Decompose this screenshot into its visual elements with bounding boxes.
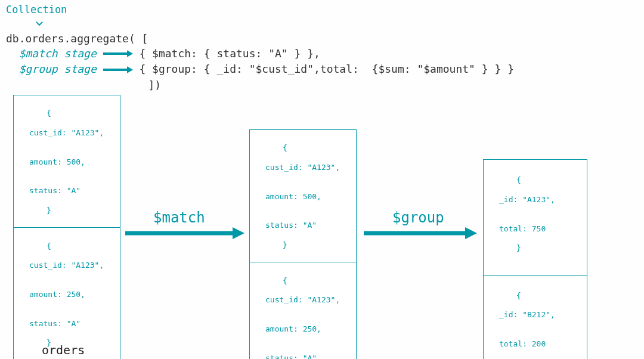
code-header: Collection db.orders.aggregate( [ $match… <box>6 3 638 92</box>
group-stage-label: $group stage <box>19 63 97 75</box>
doc-block: { cust_id: "A123", amount: 500, status: … <box>250 130 356 262</box>
arrow-down-icon <box>33 16 638 33</box>
match-flow-label: $match <box>153 209 205 226</box>
matched-column: { cust_id: "A123", amount: 500, status: … <box>249 129 357 359</box>
orders-collection-label: orders <box>42 343 85 357</box>
arrow-right-icon <box>125 227 244 242</box>
doc-block: { cust_id: "A123", amount: 250, status: … <box>250 262 356 359</box>
group-code: { $group: { _id: "$cust_id",total: {$sum… <box>139 63 514 75</box>
arrow-right-icon <box>103 47 133 61</box>
doc-block: { _id: "A123", total: 750 } <box>484 160 587 276</box>
doc-block: { _id: "B212", total: 200 } <box>484 276 587 359</box>
match-code: { $match: { status: "A" } }, <box>139 47 320 60</box>
doc-block: { cust_id: "A123", amount: 250, status: … <box>14 228 120 359</box>
pipeline-diagram: { cust_id: "A123", amount: 500, status: … <box>6 95 638 351</box>
match-stage-line: $match stage { $match: { status: "A" } }… <box>6 46 638 62</box>
match-stage-label: $match stage <box>19 47 97 60</box>
orders-column: { cust_id: "A123", amount: 500, status: … <box>13 95 120 359</box>
group-flow-label: $group <box>392 209 444 226</box>
svg-marker-1 <box>127 50 133 57</box>
group-stage-line: $group stage { $group: { _id: "$cust_id"… <box>6 61 638 78</box>
doc-block: { cust_id: "A123", amount: 500, status: … <box>14 95 120 228</box>
svg-marker-5 <box>233 227 244 239</box>
arrow-right-icon <box>103 63 133 78</box>
db-call-line: db.orders.aggregate( [ <box>6 31 638 46</box>
arrow-right-icon <box>364 227 477 242</box>
svg-marker-3 <box>127 66 133 73</box>
grouped-column: { _id: "A123", total: 750 } { _id: "B212… <box>483 159 587 359</box>
close-bracket-line: ]) <box>6 78 638 92</box>
svg-marker-7 <box>465 227 477 239</box>
